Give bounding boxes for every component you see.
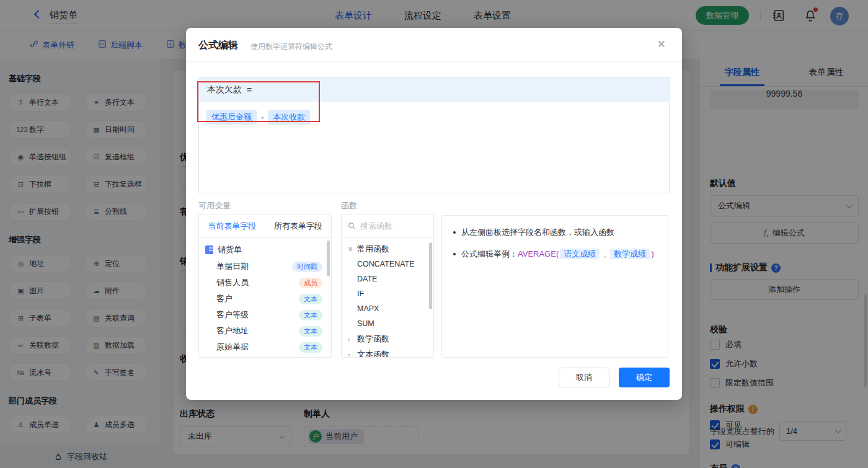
- function-group-常用函数[interactable]: ∨常用函数: [342, 241, 433, 257]
- function-group-label: 数学函数: [357, 333, 389, 345]
- help-text-2: 公式编辑举例：AVERAGE(语文成绩，数学成绩): [461, 247, 654, 261]
- function-group-文本函数[interactable]: ›文本函数: [342, 347, 433, 358]
- function-MAPX[interactable]: MAPX: [342, 301, 433, 316]
- scrollbar[interactable]: [429, 242, 432, 309]
- dialog-title: 公式编辑: [198, 39, 238, 52]
- search-icon: [348, 222, 356, 230]
- variable-销售人员[interactable]: 销售人员成员: [199, 275, 331, 291]
- annotation-rectangle: [197, 81, 320, 122]
- close-icon[interactable]: ✕: [657, 38, 666, 51]
- app-window: 销货单 表单设计流程设定表单设置 数据管理 存 表单外链后端脚本数据权 预览 保…: [0, 0, 868, 468]
- variable-name: 客户: [216, 293, 232, 304]
- dialog-header: 公式编辑 使用数学运算符编辑公式 ✕: [186, 28, 682, 62]
- variable-name: 客户等级: [216, 309, 249, 320]
- help-text-1: 从左侧面板选择字段名和函数，或输入函数: [461, 226, 614, 239]
- example-field-chip: 数学成绩: [610, 249, 650, 259]
- function-group-label: 常用函数: [357, 244, 389, 255]
- variables-tab-当前表单字段[interactable]: 当前表单字段: [199, 214, 265, 237]
- variables-label: 可用变量: [198, 200, 231, 211]
- type-badge: 时间戳: [292, 262, 322, 272]
- function-SUM[interactable]: SUM: [342, 316, 433, 331]
- function-search: [342, 214, 433, 238]
- type-badge: 文本: [299, 342, 322, 353]
- variable-客户等级[interactable]: 客户等级文本: [199, 307, 331, 323]
- confirm-button[interactable]: 确定: [619, 368, 670, 387]
- type-badge: 文本: [299, 326, 322, 337]
- variable-name: 销售人员: [216, 277, 249, 288]
- average-function: AVERAGE(: [518, 249, 559, 258]
- close-paren: ): [651, 249, 653, 258]
- variable-field-list: 单据日期时间戳销售人员成员客户文本客户等级文本客户地址文本原始单据文本: [199, 258, 331, 355]
- functions-label: 函数: [341, 200, 357, 211]
- formula-help-panel: 从左侧面板选择字段名和函数，或输入函数 公式编辑举例：AVERAGE(语文成绩，…: [441, 215, 668, 358]
- form-root-label: 销货单: [218, 244, 242, 255]
- scrollbar[interactable]: [327, 241, 330, 276]
- variable-客户[interactable]: 客户文本: [199, 291, 331, 307]
- variables-tabs: 当前表单字段所有表单字段: [199, 214, 331, 238]
- variables-tab-所有表单字段[interactable]: 所有表单字段: [265, 214, 332, 237]
- function-CONCATENATE[interactable]: CONCATENATE: [342, 257, 433, 272]
- cancel-button[interactable]: 取消: [559, 368, 609, 387]
- variable-name: 单据日期: [216, 261, 249, 272]
- document-icon: [205, 245, 213, 254]
- functions-panel: ∨常用函数CONCATENATEDATEIFMAPXSUM›数学函数›文本函数: [341, 214, 434, 358]
- type-badge: 文本: [299, 310, 322, 320]
- chevron-right-icon: ›: [348, 351, 353, 358]
- function-IF[interactable]: IF: [342, 286, 433, 301]
- help-line-1: 从左侧面板选择字段名和函数，或输入函数: [453, 226, 657, 239]
- function-group-数学函数[interactable]: ›数学函数: [342, 331, 433, 347]
- variable-单据日期[interactable]: 单据日期时间戳: [199, 258, 331, 275]
- function-group-label: 文本函数: [357, 349, 389, 358]
- type-badge: 文本: [299, 294, 322, 304]
- comma: ，: [601, 249, 609, 258]
- variable-name: 原始单据: [216, 342, 249, 353]
- bullet-icon: [453, 253, 456, 255]
- variables-panel: 当前表单字段所有表单字段 销货单 单据日期时间戳销售人员成员客户文本客户等级文本…: [198, 214, 332, 358]
- variable-name: 客户地址: [216, 325, 249, 337]
- chevron-down-icon: ∨: [348, 245, 353, 253]
- dialog-subtitle: 使用数学运算符编辑公式: [250, 42, 332, 52]
- chevron-right-icon: ›: [348, 335, 353, 343]
- variable-客户地址[interactable]: 客户地址文本: [199, 323, 331, 339]
- help-example-prefix: 公式编辑举例：: [461, 249, 518, 258]
- help-line-2: 公式编辑举例：AVERAGE(语文成绩，数学成绩): [453, 247, 657, 261]
- type-badge: 成员: [299, 278, 322, 288]
- form-tree-root[interactable]: 销货单: [199, 241, 331, 258]
- function-DATE[interactable]: DATE: [342, 272, 433, 286]
- function-search-input[interactable]: [360, 221, 422, 231]
- variable-原始单据[interactable]: 原始单据文本: [199, 339, 331, 355]
- function-list: ∨常用函数CONCATENATEDATEIFMAPXSUM›数学函数›文本函数: [342, 238, 433, 358]
- example-field-chip: 语文成绩: [560, 249, 600, 259]
- bullet-icon: [453, 231, 456, 234]
